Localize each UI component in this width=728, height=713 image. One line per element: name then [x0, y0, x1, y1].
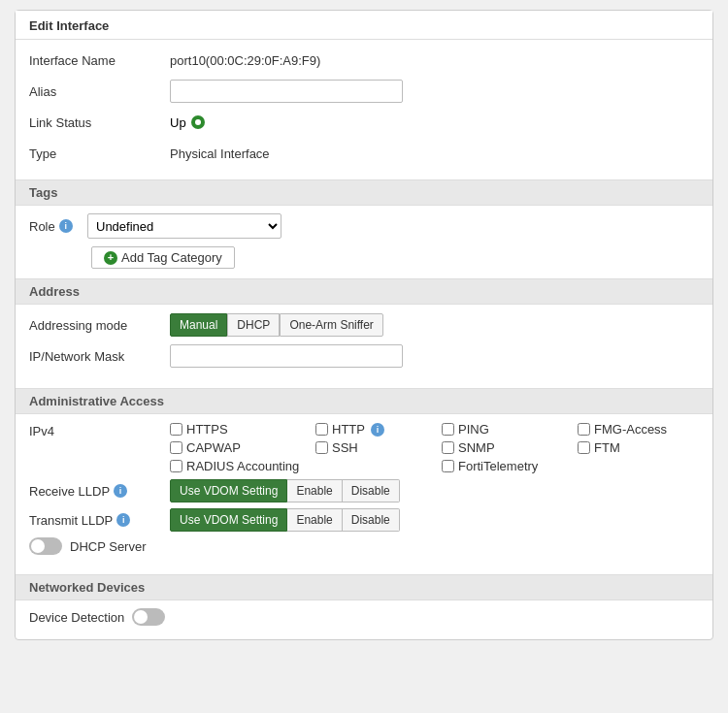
capwap-checkbox-item: CAPWAP: [170, 440, 315, 455]
https-checkbox-item: HTTPS: [170, 422, 315, 437]
ping-checkbox-item: PING: [442, 422, 578, 437]
receive-lldp-enable-button[interactable]: Enable: [287, 479, 342, 502]
addressing-mode-buttons: Manual DHCP One-Arm Sniffer: [170, 313, 383, 337]
alias-row: Alias: [29, 79, 699, 104]
fmg-access-checkbox[interactable]: [578, 423, 590, 436]
ssh-checkbox[interactable]: [315, 441, 328, 454]
fmg-access-label: FMG-Access: [594, 422, 667, 437]
address-section-title: Address: [16, 278, 712, 305]
fortiTelemetry-checkbox[interactable]: [442, 460, 454, 472]
tags-section: Role i Undefined LAN WAN DMZ + Add Tag C…: [16, 206, 712, 278]
dhcp-server-toggle[interactable]: [29, 537, 62, 555]
ping-label: PING: [458, 422, 489, 437]
receive-lldp-disable-button[interactable]: Disable: [343, 479, 400, 502]
panel-title: Edit Interface: [16, 11, 712, 39]
receive-lldp-label: Receive LLDP i: [29, 484, 170, 499]
add-tag-button[interactable]: + Add Tag Category: [91, 246, 235, 269]
addressing-mode-label: Addressing mode: [29, 318, 170, 333]
capwap-checkbox[interactable]: [170, 441, 182, 454]
ipv4-row: IPv4 HTTPS HTTP i PING FMG-Access: [29, 422, 699, 473]
alias-input[interactable]: [170, 80, 403, 103]
ping-checkbox[interactable]: [442, 423, 454, 436]
mode-one-arm-sniffer-button[interactable]: One-Arm Sniffer: [280, 313, 382, 337]
http-info-icon[interactable]: i: [371, 423, 384, 437]
transmit-lldp-info-icon[interactable]: i: [116, 513, 130, 527]
ipv4-label: IPv4: [29, 422, 170, 438]
role-select[interactable]: Undefined LAN WAN DMZ: [87, 213, 281, 239]
ip-network-mask-row: IP/Network Mask: [29, 343, 699, 369]
link-status-label: Link Status: [29, 115, 170, 130]
add-tag-row: + Add Tag Category: [29, 246, 699, 269]
dhcp-server-slider: [29, 537, 62, 555]
transmit-lldp-buttons: Use VDOM Setting Enable Disable: [170, 508, 400, 532]
ssh-label: SSH: [332, 440, 358, 455]
ftm-checkbox-item: FTM: [578, 440, 694, 455]
device-detection-slider: [132, 608, 165, 626]
link-status-value: Up: [170, 115, 205, 130]
type-row: Type Physical Interface: [29, 141, 699, 166]
snmp-checkbox-item: SNMP: [442, 440, 578, 455]
mode-dhcp-button[interactable]: DHCP: [227, 313, 280, 337]
networked-devices-section: Device Detection: [16, 600, 712, 639]
transmit-lldp-row: Transmit LLDP i Use VDOM Setting Enable …: [29, 508, 699, 532]
receive-lldp-use-vdom-button[interactable]: Use VDOM Setting: [170, 479, 287, 502]
transmit-lldp-use-vdom-button[interactable]: Use VDOM Setting: [170, 508, 287, 532]
link-status-text: Up: [170, 115, 186, 130]
snmp-label: SNMP: [458, 440, 495, 455]
dhcp-server-label: DHCP Server: [70, 539, 147, 554]
receive-lldp-info-icon[interactable]: i: [114, 484, 127, 498]
radius-accounting-checkbox-item: RADIUS Accounting: [170, 459, 315, 473]
ip-network-mask-input[interactable]: [170, 344, 403, 368]
ssh-checkbox-item: SSH: [315, 440, 442, 455]
receive-lldp-row: Receive LLDP i Use VDOM Setting Enable D…: [29, 479, 699, 502]
fortiTelemetry-label: FortiTelemetry: [458, 459, 538, 473]
https-checkbox[interactable]: [170, 423, 182, 436]
ip-network-mask-label: IP/Network Mask: [29, 349, 170, 364]
device-detection-row: Device Detection: [29, 608, 699, 626]
radius-accounting-label: RADIUS Accounting: [186, 459, 299, 473]
add-tag-plus-icon: +: [104, 251, 117, 265]
http-checkbox-item: HTTP i: [315, 422, 442, 437]
admin-access-section-title: Administrative Access: [16, 388, 712, 414]
transmit-lldp-enable-button[interactable]: Enable: [287, 508, 342, 532]
ftm-label: FTM: [594, 440, 620, 455]
https-label: HTTPS: [186, 422, 228, 437]
mode-manual-button[interactable]: Manual: [170, 313, 227, 337]
device-detection-toggle[interactable]: [132, 608, 165, 626]
address-section: Addressing mode Manual DHCP One-Arm Snif…: [16, 305, 712, 388]
interface-name-label: Interface Name: [29, 53, 170, 68]
addressing-mode-row: Addressing mode Manual DHCP One-Arm Snif…: [29, 312, 699, 338]
tags-section-title: Tags: [16, 179, 712, 206]
transmit-lldp-disable-button[interactable]: Disable: [343, 508, 400, 532]
interface-name-row: Interface Name port10(00:0C:29:0F:A9:F9): [29, 48, 699, 73]
fmg-access-checkbox-item: FMG-Access: [578, 422, 694, 437]
interface-name-value: port10(00:0C:29:0F:A9:F9): [170, 53, 320, 68]
snmp-checkbox[interactable]: [442, 441, 454, 454]
transmit-lldp-label: Transmit LLDP i: [29, 513, 170, 528]
edit-interface-panel: Edit Interface Interface Name port10(00:…: [15, 10, 713, 640]
radius-accounting-checkbox[interactable]: [170, 460, 182, 472]
ftm-checkbox[interactable]: [578, 441, 590, 454]
admin-access-section: IPv4 HTTPS HTTP i PING FMG-Access: [16, 414, 712, 574]
http-checkbox[interactable]: [315, 423, 328, 436]
link-status-up-icon: [191, 115, 205, 129]
device-detection-label: Device Detection: [29, 610, 124, 625]
ipv4-checkboxes: HTTPS HTTP i PING FMG-Access CAPWA: [170, 422, 694, 473]
fortiTelemetry-checkbox-item: FortiTelemetry: [442, 459, 578, 473]
capwap-label: CAPWAP: [186, 440, 241, 455]
link-status-row: Link Status Up: [29, 110, 699, 135]
networked-devices-section-title: Networked Devices: [16, 574, 712, 600]
http-label: HTTP: [332, 422, 365, 437]
receive-lldp-buttons: Use VDOM Setting Enable Disable: [170, 479, 400, 502]
interface-info-section: Interface Name port10(00:0C:29:0F:A9:F9)…: [16, 40, 712, 179]
role-label: Role i: [29, 219, 87, 234]
alias-label: Alias: [29, 84, 170, 99]
type-label: Type: [29, 146, 170, 161]
role-info-icon[interactable]: i: [59, 219, 73, 233]
type-value: Physical Interface: [170, 146, 270, 161]
role-row: Role i Undefined LAN WAN DMZ: [29, 213, 699, 239]
dhcp-server-row: DHCP Server: [29, 537, 699, 555]
